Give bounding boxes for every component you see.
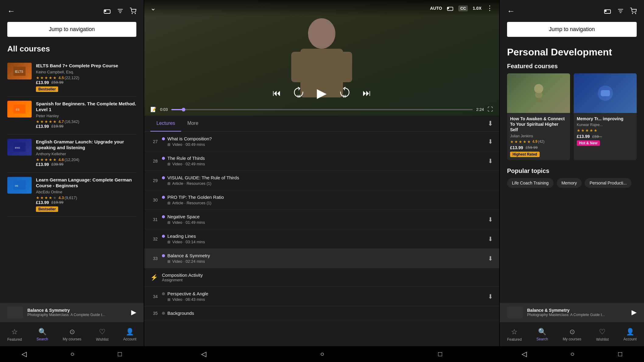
download-button[interactable]: ⬇ [488,138,493,145]
video-player: ⌄ AUTO CC 1.0X ⋮ ⏮ 15 ▶ [144,0,499,116]
mini-player[interactable]: Balance & Symmetry Photography Mastercla… [0,303,144,322]
mini-player-title: Balance & Symmetry [527,308,627,313]
mini-player-thumbnail [507,307,523,318]
jump-to-navigation-button[interactable]: Jump to navigation [7,22,136,37]
nav-wishlist[interactable]: ♡ Wishlist [596,328,609,342]
filter-icon[interactable] [117,8,124,14]
mini-player[interactable]: Balance & Symmetry Photography Mastercla… [500,303,644,322]
topic-pill[interactable]: Life Coach Training [507,178,554,188]
android-home[interactable]: ○ [570,350,574,358]
course-info: Spanish for Beginners. The Complete Meth… [36,101,136,130]
right-top-bar: ← [500,0,644,22]
filter-icon[interactable] [617,8,624,14]
download-all-button[interactable]: ⬇ [488,120,493,128]
android-back[interactable]: ◁ [22,350,27,358]
previous-track-button[interactable]: ⏮ [272,88,281,98]
mini-play-button[interactable]: ▶ [131,308,136,316]
lecture-item[interactable]: 31 Negative Space ⊞ Video · 01:49 mins ⬇ [144,210,499,229]
android-recents[interactable]: □ [618,350,622,358]
svg-point-21 [448,8,449,9]
video-meta: AUTO CC 1.0X ⋮ [430,4,493,12]
svg-text:ES: ES [16,108,19,111]
nav-search[interactable]: 🔍 Search [537,328,548,341]
lecture-item[interactable]: 27 What is Composition? ⊞ Video · 00:49 … [144,132,499,151]
assignment-type: Assignment [162,278,493,282]
account-label: Account [623,337,636,341]
fullscreen-button[interactable]: ⛶ [488,106,493,113]
lecture-number: 35 [150,311,158,316]
bestseller-badge: Bestseller [36,206,58,212]
nav-search[interactable]: 🔍 Search [37,328,48,341]
lecture-item[interactable]: 28 The Rule of Thirds ⊞ Video · 02:49 mi… [144,151,499,171]
lecture-item-active[interactable]: 33 Balance & Symmetry ⊞ Video · 02:24 mi… [144,249,499,268]
nav-account[interactable]: 👤 Account [123,328,136,341]
back-button[interactable]: ← [7,6,15,16]
featured-cards-row: How To Awaken & Connect To Your Spiritua… [500,73,644,165]
topic-pill[interactable]: Personal Producti... [585,178,632,188]
android-back[interactable]: ◁ [201,350,206,358]
video-type-icon: ⊞ [167,259,170,264]
nav-mycourses[interactable]: ⊙ My courses [63,328,81,341]
tab-more[interactable]: More [181,116,204,132]
more-options-icon[interactable]: ⋮ [486,4,493,12]
assignment-item[interactable]: ⚡ Composition Activity Assignment [144,268,499,287]
lecture-title: Negative Space [167,214,200,219]
cart-icon[interactable] [630,8,637,14]
lecture-item[interactable]: 34 Perspective & Angle ⊞ Video · 06:43 m… [144,287,499,306]
rewind-15-button[interactable]: 15 [293,86,305,100]
cast-icon[interactable] [604,7,611,15]
notes-icon[interactable]: 📝 [150,107,156,112]
download-button[interactable]: ⬇ [488,235,493,243]
topic-pill[interactable]: Memory [557,178,582,188]
cart-icon[interactable] [130,8,136,14]
download-button[interactable]: ⬇ [488,255,493,262]
speed-label[interactable]: 1.0X [473,6,481,11]
jump-to-navigation-button[interactable]: Jump to navigation [507,22,637,37]
cast-icon[interactable] [103,7,111,15]
android-recents[interactable]: □ [118,350,122,358]
svg-rect-19 [340,52,352,82]
course-item[interactable]: ENG English Grammar Launch: Upgrade your… [7,135,136,173]
cc-button[interactable]: CC [458,5,468,11]
course-item[interactable]: ES Spanish for Beginners. The Complete M… [7,97,136,135]
progress-bar[interactable] [171,109,472,110]
lecture-info: PRO TIP: The Golden Ratio ⊞ Article · Re… [162,195,493,205]
android-back[interactable]: ◁ [522,350,527,358]
cast-icon[interactable] [447,5,453,12]
bestseller-badge: Bestseller [36,86,58,92]
lectures-tabs: Lectures More [150,116,205,132]
play-pause-button[interactable]: ▶ [317,86,327,100]
back-button[interactable]: ← [507,6,515,16]
video-type-icon: ⊞ [167,220,170,225]
download-button[interactable]: ⬇ [488,293,493,300]
course-item[interactable]: IELTS IELTS Band 7+ Complete Prep Course… [7,58,136,97]
next-track-button[interactable]: ⏭ [362,88,371,98]
android-recents[interactable]: □ [438,350,442,358]
lecture-item[interactable]: 32 Leading Lines ⊞ Video · 03:14 mins ⬇ [144,229,499,249]
featured-card[interactable]: Memory Tr... improving Kunwar Rajee... ★… [574,73,637,160]
lecture-status-dot [162,254,165,257]
chevron-down-icon[interactable]: ⌄ [150,4,156,12]
featured-card[interactable]: How To Awaken & Connect To Your Spiritua… [507,73,570,160]
svg-rect-15 [7,307,23,318]
nav-featured[interactable]: ☆ Featured [7,328,22,342]
video-progress: 📝 0:03 2:24 ⛶ [150,106,493,113]
android-home[interactable]: ○ [320,350,324,358]
nav-account[interactable]: 👤 Account [623,328,636,341]
svg-point-1 [105,10,106,12]
nav-featured[interactable]: ☆ Featured [507,328,522,342]
nav-wishlist[interactable]: ♡ Wishlist [96,328,108,342]
lecture-item[interactable]: 30 PRO TIP: The Golden Ratio ⊞ Article ·… [144,190,499,210]
android-home[interactable]: ○ [70,350,74,358]
tab-lectures[interactable]: Lectures [150,116,181,132]
download-button[interactable]: ⬇ [488,216,493,223]
nav-mycourses[interactable]: ⊙ My courses [563,328,581,341]
download-button[interactable]: ⬇ [488,157,493,165]
mini-play-button[interactable]: ▶ [632,308,637,316]
forward-15-button[interactable]: 15 [339,86,350,100]
course-item[interactable]: DE Learn German Language: Complete Germa… [7,173,136,216]
android-navigation-center: ◁ ○ □ [144,346,499,362]
auto-label[interactable]: AUTO [430,6,442,11]
lecture-item[interactable]: 35 Backgrounds [144,306,499,320]
lecture-item[interactable]: 29 VISUAL GUIDE: The Rule of Thirds ⊞ Ar… [144,171,499,190]
